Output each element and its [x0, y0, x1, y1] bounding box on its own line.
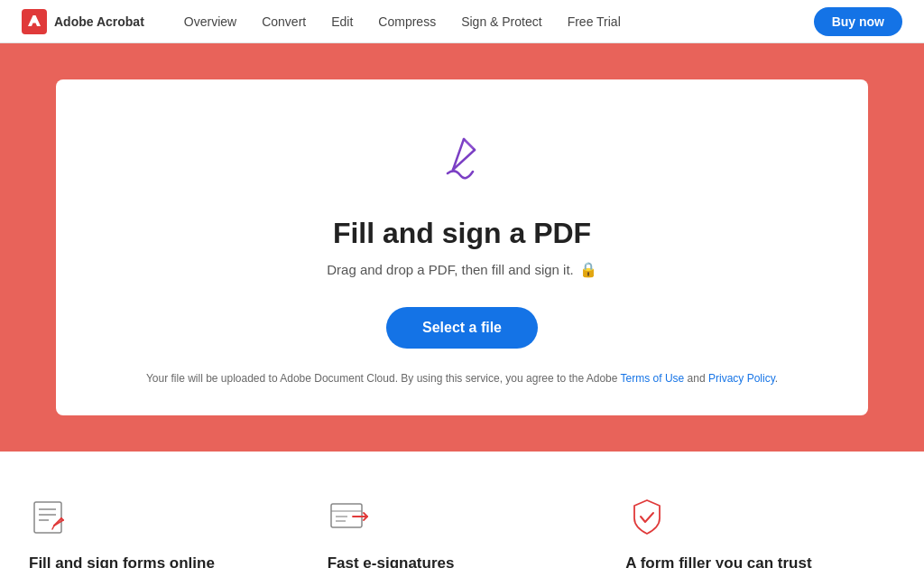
- nav-convert[interactable]: Convert: [251, 9, 317, 34]
- hero-subtitle-text: Drag and drop a PDF, then fill and sign …: [327, 262, 574, 277]
- hero-legal-text: Your file will be uploaded to Adobe Docu…: [146, 370, 778, 386]
- hero-subtitle: Drag and drop a PDF, then fill and sign …: [327, 261, 597, 278]
- nav-overview[interactable]: Overview: [173, 9, 247, 34]
- feature-esignatures: Fast e-signatures The Acrobat Fill & Sig…: [328, 495, 597, 568]
- privacy-policy-link[interactable]: Privacy Policy: [708, 372, 775, 385]
- buy-now-button[interactable]: Buy now: [814, 7, 902, 36]
- trust-icon: [625, 495, 895, 542]
- nav-free-trial[interactable]: Free Trial: [557, 9, 632, 34]
- svg-rect-12: [331, 504, 362, 527]
- hero-background: Fill and sign a PDF Drag and drop a PDF,…: [0, 43, 924, 452]
- feature-3-title: A form filler you can trust: [625, 554, 895, 568]
- feature-2-title: Fast e-signatures: [328, 554, 597, 568]
- logo[interactable]: Adobe Acrobat: [22, 9, 144, 34]
- fill-sign-icon: [29, 495, 299, 542]
- logo-text: Adobe Acrobat: [54, 14, 144, 29]
- signature-icon: [426, 123, 498, 199]
- adobe-logo-icon: [22, 9, 47, 34]
- navbar: Adobe Acrobat Overview Convert Edit Comp…: [0, 0, 924, 43]
- svg-rect-4: [34, 502, 61, 533]
- nav-compress[interactable]: Compress: [367, 9, 447, 34]
- feature-fill-sign: Fill and sign forms online Adobe Acrobat…: [29, 495, 299, 568]
- features-section: Fill and sign forms online Adobe Acrobat…: [0, 452, 924, 568]
- terms-of-use-link[interactable]: Terms of Use: [621, 372, 685, 385]
- svg-line-3: [466, 141, 473, 148]
- feature-trust: A form filler you can trust The Acrobat …: [625, 495, 895, 568]
- hero-card: Fill and sign a PDF Drag and drop a PDF,…: [56, 79, 868, 415]
- nav-sign-protect[interactable]: Sign & Protect: [450, 9, 553, 34]
- nav-edit[interactable]: Edit: [320, 9, 364, 34]
- hero-title: Fill and sign a PDF: [333, 217, 591, 250]
- select-file-button[interactable]: Select a file: [386, 307, 538, 349]
- feature-1-title: Fill and sign forms online: [29, 554, 299, 568]
- nav-links: Overview Convert Edit Compress Sign & Pr…: [173, 7, 902, 36]
- lock-icon: 🔒: [579, 261, 597, 278]
- svg-line-11: [52, 526, 54, 529]
- esign-icon: [328, 495, 597, 542]
